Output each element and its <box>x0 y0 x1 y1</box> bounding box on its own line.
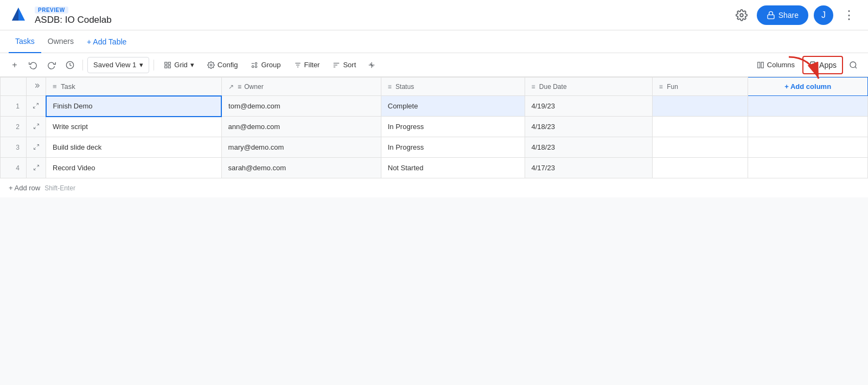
expand-cell[interactable] <box>27 158 46 178</box>
table-row[interactable]: 3 Build slide deck mary@demo.com In Prog… <box>1 137 868 158</box>
fun-cell[interactable] <box>652 137 748 158</box>
task-cell[interactable]: Build slide deck <box>46 137 222 158</box>
avatar[interactable]: J <box>814 5 833 25</box>
svg-rect-8 <box>168 66 170 68</box>
filter-button[interactable]: Filter <box>289 57 326 73</box>
due-date-cell[interactable]: 4/18/23 <box>525 117 652 137</box>
table-row[interactable]: 4 Record Video sarah@demo.com Not Starte… <box>1 158 868 178</box>
add-row-button[interactable]: + <box>7 57 23 73</box>
svg-point-10 <box>210 64 212 66</box>
more-menu-button[interactable]: ⋮ <box>839 6 859 24</box>
grid-view-button[interactable]: Grid ▾ <box>158 57 200 73</box>
svg-line-33 <box>34 127 36 129</box>
add-column-header[interactable]: + Add column <box>748 78 868 96</box>
svg-line-35 <box>34 147 36 150</box>
app-title-area: PREVIEW ASDB: IO Codelab <box>35 5 732 25</box>
sort-button[interactable]: Sort <box>327 57 361 73</box>
task-col-icon: ≡ <box>53 82 57 91</box>
apps-button[interactable]: Apps <box>802 56 843 74</box>
owner-cell[interactable]: ann@demo.com <box>221 117 381 137</box>
expand-col-header <box>27 78 46 96</box>
row-num-header <box>1 78 27 96</box>
adjust-columns-button[interactable] <box>363 57 380 73</box>
toolbar: + Saved View 1 ▾ Grid ▾ <box>0 53 868 77</box>
preview-badge: PREVIEW <box>35 7 68 14</box>
extra-cell <box>748 96 868 117</box>
owner-cell[interactable]: tom@demo.com <box>221 96 381 117</box>
svg-line-30 <box>36 103 39 105</box>
svg-line-36 <box>37 165 39 167</box>
grid-chevron-icon: ▾ <box>190 61 194 69</box>
fun-cell[interactable] <box>652 96 748 117</box>
table-row[interactable]: 1 Finish Demo tom@demo.com Complete 4/19… <box>1 96 868 117</box>
status-col-icon: ≡ <box>388 83 392 91</box>
table-row[interactable]: 2 Write script ann@demo.com In Progress … <box>1 117 868 137</box>
app-logo <box>9 5 28 25</box>
svg-line-37 <box>34 168 36 170</box>
due-date-cell[interactable]: 4/17/23 <box>525 158 652 178</box>
add-row-label: + Add row <box>9 184 40 192</box>
svg-rect-9 <box>165 66 167 68</box>
status-cell[interactable]: Not Started <box>381 158 525 178</box>
apps-label: Apps <box>819 61 837 69</box>
svg-point-12 <box>252 66 254 68</box>
due-date-cell[interactable]: 4/19/23 <box>525 96 652 117</box>
expand-cell[interactable] <box>27 96 46 117</box>
svg-line-31 <box>34 106 36 108</box>
task-cell[interactable]: Record Video <box>46 158 222 178</box>
row-num-cell: 3 <box>1 137 27 158</box>
table-container: ≡ Task ↗ ≡ Owner ≡ Status ≡ Due Date ≡ <box>0 77 868 197</box>
tab-bar: Tasks Owners + Add Table <box>0 30 868 53</box>
add-table-button[interactable]: + Add Table <box>80 30 133 53</box>
status-cell[interactable]: Complete <box>381 96 525 117</box>
svg-rect-25 <box>761 62 763 68</box>
fun-cell[interactable] <box>652 117 748 137</box>
config-label: Config <box>218 61 238 69</box>
columns-button[interactable]: Columns <box>751 57 800 73</box>
filter-label: Filter <box>304 61 320 69</box>
extra-cell <box>748 158 868 178</box>
search-button[interactable] <box>845 57 861 73</box>
owner-cell[interactable]: mary@demo.com <box>221 137 381 158</box>
share-button[interactable]: Share <box>757 5 808 25</box>
svg-rect-4 <box>768 15 774 18</box>
group-button[interactable]: Group <box>245 57 286 73</box>
col-header-due-date[interactable]: ≡ Due Date <box>525 78 652 96</box>
add-row-area[interactable]: + Add row Shift-Enter <box>0 178 868 197</box>
due-date-cell[interactable]: 4/18/23 <box>525 137 652 158</box>
task-cell[interactable]: Finish Demo <box>46 96 222 117</box>
col-header-owner[interactable]: ↗ ≡ Owner <box>221 78 381 96</box>
svg-point-28 <box>850 62 856 68</box>
chevron-down-icon: ▾ <box>139 61 143 69</box>
task-cell[interactable]: Write script <box>46 117 222 137</box>
expand-cell[interactable] <box>27 137 46 158</box>
svg-point-3 <box>740 14 743 17</box>
redo-button[interactable] <box>43 57 60 73</box>
tab-owners[interactable]: Owners <box>41 30 80 53</box>
config-button[interactable]: Config <box>202 57 244 73</box>
owner-col-icon: ↗ <box>228 83 234 91</box>
toolbar-divider-2 <box>154 60 154 70</box>
row-num-cell: 1 <box>1 96 27 117</box>
status-cell[interactable]: In Progress <box>381 117 525 137</box>
owner-cell[interactable]: sarah@demo.com <box>221 158 381 178</box>
history-button[interactable] <box>62 57 78 73</box>
svg-line-32 <box>37 124 39 126</box>
undo-button[interactable] <box>25 57 41 73</box>
row-num-cell: 4 <box>1 158 27 178</box>
add-row-shortcut: Shift-Enter <box>44 184 75 192</box>
add-icon: + <box>12 60 17 70</box>
extra-cell <box>748 137 868 158</box>
fun-col-icon: ≡ <box>659 83 663 91</box>
settings-button[interactable] <box>732 5 751 25</box>
col-header-status[interactable]: ≡ Status <box>381 78 525 96</box>
tab-tasks[interactable]: Tasks <box>9 30 41 53</box>
fun-cell[interactable] <box>652 158 748 178</box>
columns-label: Columns <box>767 61 795 69</box>
share-label: Share <box>778 11 799 20</box>
col-header-fun[interactable]: ≡ Fun <box>652 78 748 96</box>
status-cell[interactable]: In Progress <box>381 137 525 158</box>
col-header-task[interactable]: ≡ Task <box>46 78 222 96</box>
saved-view-button[interactable]: Saved View 1 ▾ <box>87 57 149 73</box>
expand-cell[interactable] <box>27 117 46 137</box>
